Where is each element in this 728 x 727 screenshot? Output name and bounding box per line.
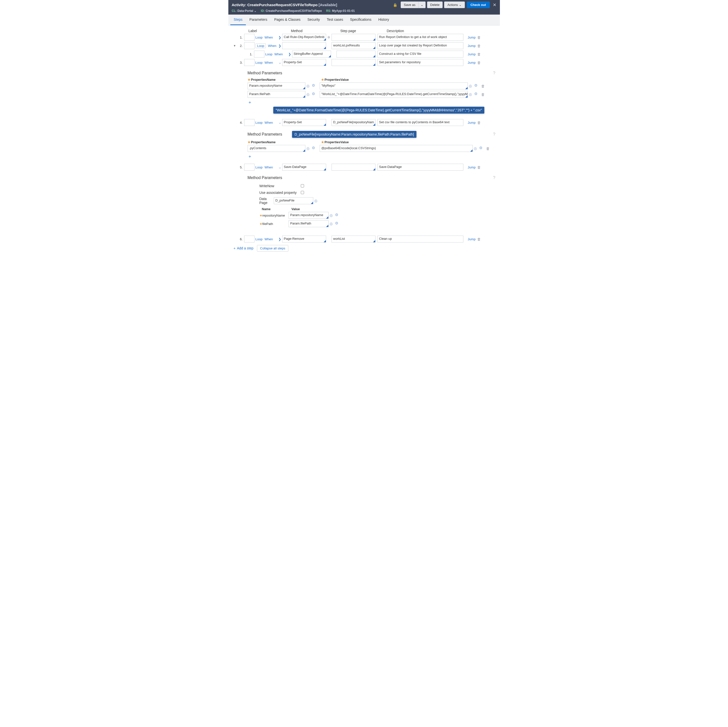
tab-pages-classes[interactable]: Pages & Classes [271,15,304,25]
close-icon[interactable]: ✕ [493,2,496,8]
when-link[interactable]: When [265,165,273,169]
step-description-input[interactable]: Save-DataPage [378,164,463,171]
chevron-right-icon[interactable]: ❯ [288,52,292,56]
collapse-all-button[interactable]: Collapse all steps [257,245,289,252]
step-label-input[interactable] [244,164,254,171]
tab-steps[interactable]: Steps [230,15,246,25]
trash-icon[interactable]: 🗑 [477,237,482,241]
tab-test-cases[interactable]: Test cases [323,15,347,25]
properties-value-input[interactable]: "WorkList_"+@DateTime.FormatDateTime(@(P… [320,91,468,98]
chevron-right-icon[interactable]: ❯ [278,44,282,47]
save-as-dropdown-button[interactable]: ⌄ [418,2,425,8]
jump-link[interactable]: Jump [467,44,477,47]
target-icon[interactable]: ◎ [329,222,334,226]
expand-toggle[interactable]: ▼ [233,44,237,47]
step-label-input[interactable] [244,59,254,66]
step-method-input[interactable]: Page-Remove [282,236,326,242]
when-link[interactable]: When [265,61,273,64]
gear-icon[interactable]: ⚙ [478,146,483,151]
target-icon[interactable]: ◎ [468,84,473,88]
step-description-input[interactable]: Run Report Definition to get a list of w… [378,34,463,41]
gear-icon[interactable]: ⚙ [334,213,340,218]
properties-value-input[interactable]: "MyRepo" [320,83,468,89]
step-label-input[interactable] [244,34,254,41]
check-out-button[interactable]: Check out [467,2,490,8]
step-method-input[interactable]: Call Rule-Obj-Report-Definiti [282,34,326,41]
jump-link[interactable]: Jump [467,61,477,64]
add-row-icon[interactable]: ＋ [248,99,496,105]
gear-icon[interactable]: ⚙ [311,146,316,151]
step-page-input[interactable] [336,51,375,58]
loop-link[interactable]: Loop [255,43,266,48]
step-description-input[interactable]: Loop over page list created by Report De… [378,42,463,49]
step-method-input[interactable]: Property-Set [282,59,326,66]
method-gear-icon[interactable]: ✲ [326,35,332,39]
use-associated-property-checkbox[interactable] [300,191,305,194]
when-link[interactable]: When [274,52,283,56]
step-description-input[interactable]: Clean up [378,236,463,242]
loop-link[interactable]: Loop [255,61,263,64]
target-icon[interactable]: ◎ [313,199,319,203]
writenow-checkbox[interactable] [300,184,305,187]
jump-link[interactable]: Jump [467,52,477,56]
trash-icon[interactable]: 🗑 [477,44,482,48]
chevron-right-icon[interactable]: ❯ [278,35,282,39]
step-method-input[interactable] [282,42,326,49]
chevron-down-icon[interactable]: ⌵ [278,61,282,64]
step-label-input[interactable] [244,119,254,126]
step-label-input[interactable] [254,51,265,58]
step-page-input[interactable]: D_pxNewFile[repositoryNam [332,119,375,126]
chevron-right-icon[interactable]: ❯ [278,237,282,241]
chevron-down-icon[interactable]: ⌄ [254,9,257,12]
trash-icon[interactable]: 🗑 [477,35,482,40]
gear-icon[interactable]: ⚙ [311,83,316,89]
loop-link[interactable]: Loop [255,165,263,169]
properties-name-input[interactable]: Param.filePath [248,91,305,98]
when-link[interactable]: When [265,35,273,39]
step-page-input[interactable] [332,164,375,171]
step-method-input[interactable]: Property-Set [282,119,326,126]
add-step-button[interactable]: ＋ Add a step [233,246,254,251]
step-label-input[interactable] [244,236,254,242]
trash-icon[interactable]: 🗑 [477,52,482,56]
add-row-icon[interactable]: ＋ [248,153,496,159]
loop-link[interactable]: Loop [255,121,263,124]
step-description-input[interactable]: Set csv file contents to pyContents in B… [378,119,463,126]
properties-name-input[interactable]: Param.repositoryName [248,83,305,89]
step-description-input[interactable]: Construct a string for CSV file [378,51,463,58]
step-page-input[interactable] [332,59,375,66]
step-method-input[interactable]: StringBuffer-Append [292,51,331,58]
target-icon[interactable]: ◎ [468,92,473,96]
trash-icon[interactable]: 🗑 [477,61,482,65]
nv-value-input[interactable]: Param.repositoryName [289,212,329,219]
when-link[interactable]: When [268,44,276,47]
jump-link[interactable]: Jump [467,121,477,124]
target-icon[interactable]: ◎ [305,92,311,96]
target-icon[interactable]: ◎ [305,84,311,88]
when-link[interactable]: When [265,121,273,124]
jump-link[interactable]: Jump [467,237,477,241]
loop-link[interactable]: Loop [255,35,263,39]
help-icon[interactable]: ? [493,71,496,75]
target-icon[interactable]: ◎ [329,213,334,217]
properties-name-input[interactable]: .pyContents [248,145,305,152]
loop-link[interactable]: Loop [265,52,272,56]
trash-icon[interactable]: 🗑 [486,147,491,151]
target-icon[interactable]: ◎ [305,146,311,151]
gear-icon[interactable]: ⚙ [473,83,479,89]
trash-icon[interactable]: 🗑 [481,84,486,88]
tab-history[interactable]: History [375,15,393,25]
jump-link[interactable]: Jump [467,165,477,169]
trash-icon[interactable]: 🗑 [481,92,486,96]
chevron-down-icon[interactable]: ⌵ [278,165,282,169]
delete-button[interactable]: Delete [427,2,443,8]
step-page-input[interactable] [332,34,375,41]
data-page-input[interactable]: D_pxNewFile [274,197,313,204]
step-method-input[interactable]: Save-DataPage [282,164,326,171]
step-description-input[interactable]: Set parameters for repository [378,59,463,66]
tab-parameters[interactable]: Parameters [246,15,271,25]
loop-link[interactable]: Loop [255,237,263,241]
step-label-input[interactable] [244,42,254,49]
target-icon[interactable]: ◎ [473,146,478,151]
chevron-down-icon[interactable]: ⌵ [278,121,282,124]
